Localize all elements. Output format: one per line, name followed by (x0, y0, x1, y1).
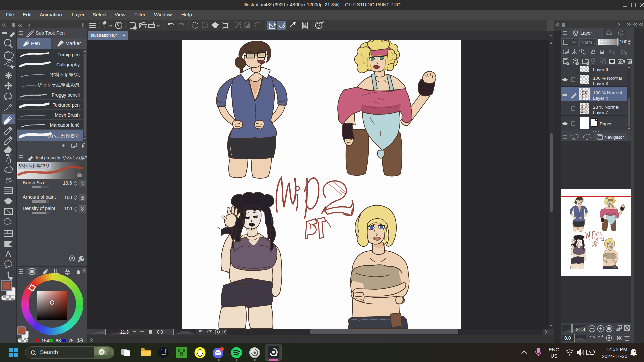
svg-text:Calligraphy: Calligraphy (56, 62, 80, 67)
svg-text:21.3: 21.3 (576, 327, 585, 332)
svg-text:塗料不足筆/丸: 塗料不足筆/丸 (50, 72, 80, 77)
svg-text:A: A (5, 249, 11, 259)
svg-text:Sub Tool: Pen: Sub Tool: Pen (36, 30, 65, 36)
svg-text:ザッサラ絵筆油彩風: ザッサラ絵筆油彩風 (37, 82, 80, 87)
svg-text:21.3: 21.3 (120, 329, 129, 335)
svg-text:Pen: Pen (31, 40, 40, 46)
svg-text:Mesh Brush: Mesh Brush (55, 112, 80, 118)
svg-text:23 % Normal: 23 % Normal (593, 105, 619, 110)
svg-text:Layer 4: Layer 4 (593, 96, 608, 101)
svg-text:Paper: Paper (600, 121, 612, 126)
svg-text:0.0: 0.0 (157, 329, 163, 335)
svg-text:Marcador luné: Marcador luné (50, 122, 80, 128)
svg-text:Layer 6: Layer 6 (593, 67, 608, 72)
svg-text:Marker: Marker (65, 40, 81, 46)
svg-text:Textured pen: Textured pen (53, 102, 80, 108)
svg-text:Layer: Layer (580, 30, 592, 36)
svg-text:やわふわ厚塗り: やわふわ厚塗り (46, 133, 80, 139)
svg-text:0.0: 0.0 (564, 335, 571, 341)
svg-text:Layer 7: Layer 7 (593, 110, 608, 115)
svg-text:Tool property: やわふわ厚塗: Tool property: やわふわ厚塗 (35, 155, 87, 160)
svg-text:Navigator: Navigator (604, 135, 624, 140)
svg-text:100 % Normal: 100 % Normal (593, 90, 622, 95)
svg-text:z: z (635, 348, 637, 351)
svg-text:75: 75 (68, 338, 74, 343)
svg-text:154: 154 (41, 338, 49, 343)
svg-text:Turnip pen: Turnip pen (58, 52, 80, 57)
svg-text:88: 88 (56, 338, 61, 343)
svg-text:100 % Normal: 100 % Normal (593, 76, 622, 81)
svg-text:Froggy pencil: Froggy pencil (52, 92, 80, 98)
svg-text:Layer 3: Layer 3 (593, 81, 608, 86)
